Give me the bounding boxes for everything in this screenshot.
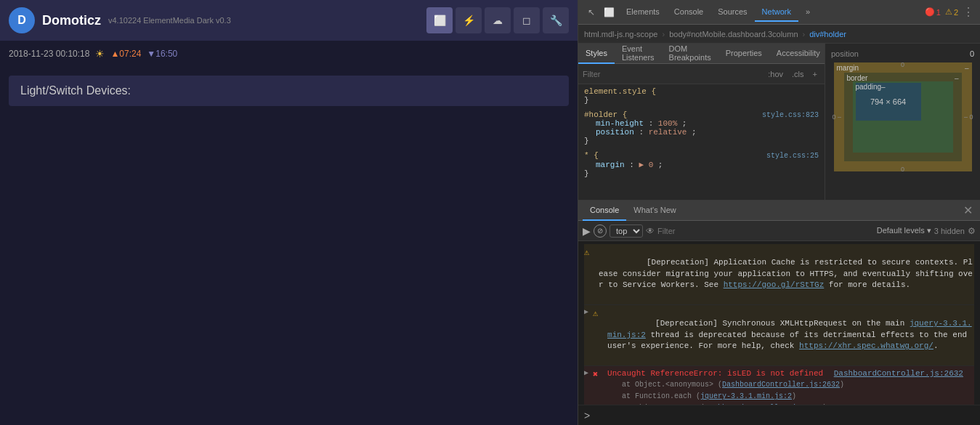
app-datetime: 2018-11-23 00:10:18 xyxy=(9,49,89,59)
breadcrumb-body[interactable]: body#notMobile.dashboard.3column xyxy=(669,30,798,39)
console-run-btn[interactable]: ▶ xyxy=(583,225,591,237)
toolbar-btn-4[interactable]: ◻ xyxy=(514,7,540,33)
error-text: Uncaught ReferenceError: isLED is not de… xyxy=(607,369,823,378)
console-msg-warn-2: ▶ ⚠ [Deprecation] Synchronous XMLHttpReq… xyxy=(584,305,974,366)
styles-panel: Styles Event Listeners DOM Breakpoints P… xyxy=(578,44,825,200)
css-selector-star: * { xyxy=(584,151,599,160)
warn-icon-2: ⚠ xyxy=(593,308,603,320)
toolbar-btn-2[interactable]: ⚡ xyxy=(455,7,482,33)
styles-filter-input[interactable] xyxy=(583,70,762,78)
css-source-star[interactable]: style.css:25 xyxy=(766,152,819,160)
boxmodel-position-label: position xyxy=(831,49,859,58)
console-clear-btn[interactable]: ⊘ xyxy=(594,224,607,238)
app-title: Domoticz xyxy=(42,13,101,28)
link-jquery-1[interactable]: jquery-3.3.1.min.js:2 xyxy=(607,319,972,339)
styles-hov-btn[interactable]: :hov xyxy=(765,68,786,80)
stack-link-1[interactable]: DashboardController.js:2632 xyxy=(722,381,840,389)
boxmodel-position-value: 0 xyxy=(970,49,974,58)
tab-console[interactable]: Console xyxy=(667,3,710,22)
boxmodel-panel: position 0 margin – border – padding– xyxy=(825,44,980,200)
ruler-bottom: 0 xyxy=(901,166,904,173)
sunset-time: ▼16:50 xyxy=(147,49,177,59)
console-prompt: > xyxy=(578,405,980,425)
app-panel: D Domoticz v4.10224 ElementMedia Dark v0… xyxy=(0,0,578,425)
stack-link-2[interactable]: jquery-3.3.1.min.js:2 xyxy=(700,392,792,400)
app-version: v4.10224 ElementMedia Dark v0.3 xyxy=(108,16,231,25)
styles-tab-styles[interactable]: Styles xyxy=(578,44,615,64)
toolbar-btn-1[interactable]: ⬜ xyxy=(426,7,453,33)
link-dashboardcontroller[interactable]: DashboardController.js:2632 xyxy=(834,369,963,378)
error-icon: 🔴 xyxy=(925,7,935,17)
margin-label: margin xyxy=(837,64,859,72)
breadcrumb-html[interactable]: html.mdl-js.ng-scope xyxy=(584,30,657,39)
devtools-tabs: Elements Console Sources Network » xyxy=(619,3,817,22)
devtools-box-icon[interactable]: ⬜ xyxy=(602,5,616,20)
toolbar-btn-3[interactable]: ☁ xyxy=(485,7,511,33)
breadcrumb-sep-2: › xyxy=(803,30,806,39)
error-badge: 🔴 1 xyxy=(925,7,941,17)
warn-2-expand[interactable]: ▶ xyxy=(584,307,588,317)
styles-cls-btn[interactable]: .cls xyxy=(789,68,807,80)
console-tabs: Console What's New xyxy=(583,201,684,221)
device-section-header: Light/Switch Devices: xyxy=(9,76,569,106)
padding-label: padding– xyxy=(856,83,886,91)
breadcrumb-sep-1: › xyxy=(662,30,665,39)
ruler-left: 0 – xyxy=(833,113,842,121)
css-selector: element.style { xyxy=(584,87,656,96)
devtools-cursor-icon[interactable]: ↖ xyxy=(584,5,599,20)
console-close-btn[interactable]: ✕ xyxy=(960,203,976,217)
styles-content: element.style { } #holder { style.css:82… xyxy=(578,84,825,200)
toolbar-btn-5[interactable]: 🔧 xyxy=(543,7,569,33)
sunrise-time: ▲07:24 xyxy=(110,49,141,59)
ruler-top: 0 xyxy=(901,61,904,68)
link-xhr-spec[interactable]: https://xhr.spec.whatwg.org/ xyxy=(799,341,934,350)
error-stack: at Object.<anonymous> (DashboardControll… xyxy=(622,379,974,405)
styles-tabs: Styles Event Listeners DOM Breakpoints P… xyxy=(578,44,825,64)
styles-tab-properties[interactable]: Properties xyxy=(718,44,769,64)
styles-tab-event-listeners[interactable]: Event Listeners xyxy=(615,44,662,64)
styles-tab-dom-breakpoints[interactable]: DOM Breakpoints xyxy=(662,44,718,64)
styles-tab-accessibility[interactable]: Accessibility xyxy=(769,44,827,64)
styles-add-btn[interactable]: + xyxy=(810,68,820,80)
tab-elements[interactable]: Elements xyxy=(619,3,667,22)
boxmodel-padding: padding– 794 × 664 xyxy=(853,81,953,153)
tab-network[interactable]: Network xyxy=(755,3,798,22)
devtools-main: Styles Event Listeners DOM Breakpoints P… xyxy=(578,44,980,200)
app-header: D Domoticz v4.10224 ElementMedia Dark v0… xyxy=(0,0,578,41)
devtools-tab-end: 🔴 1 ⚠ 2 ⋮ xyxy=(925,5,974,19)
console-gear-icon[interactable]: ⚙ xyxy=(968,226,976,236)
css-source-holder[interactable]: style.css:823 xyxy=(762,111,819,119)
css-rule-star: * { style.css:25 margin : ▶ 0 ; } xyxy=(584,151,819,178)
styles-filter-bar: :hov .cls + xyxy=(578,64,825,84)
app-content: Light/Switch Devices: xyxy=(0,67,578,425)
console-default-levels[interactable]: Default levels ▾ xyxy=(877,226,931,235)
console-msg-warn-1: ⚠ [Deprecation] Application Cache is res… xyxy=(584,244,974,305)
warn-badge: ⚠ 2 xyxy=(945,7,958,17)
margin-dash: – xyxy=(965,64,969,72)
ruler-right: – 0 xyxy=(964,113,973,121)
css-rule-element-style: element.style { } xyxy=(584,87,819,105)
console-context-select[interactable]: top xyxy=(610,224,643,238)
app-status-bar: 2018-11-23 00:10:18 ☀ ▲07:24 ▼16:50 xyxy=(0,41,578,67)
console-tab-whats-new[interactable]: What's New xyxy=(626,201,683,221)
tab-more[interactable]: » xyxy=(798,3,817,22)
devtools-breadcrumb: html.mdl-js.ng-scope › body#notMobile.da… xyxy=(578,25,980,44)
boxmodel-visual: margin – border – padding– 794 × 664 xyxy=(834,62,972,171)
link-goo[interactable]: https://goo.gl/rStTGz xyxy=(724,280,825,289)
boxmodel-border: border – padding– 794 × 664 xyxy=(844,73,962,161)
border-dash: – xyxy=(955,74,959,82)
breadcrumb-div[interactable]: div#holder xyxy=(809,30,846,39)
error-icon-1: ✖ xyxy=(593,369,603,381)
warn-icon-1: ⚠ xyxy=(584,247,594,259)
devtools-more-menu[interactable]: ⋮ xyxy=(963,5,974,19)
tab-sources[interactable]: Sources xyxy=(710,3,754,22)
console-tab-console[interactable]: Console xyxy=(583,201,626,221)
console-input-bar: ▶ ⊘ top 👁 Default levels ▾ 3 hidden ⚙ xyxy=(578,221,980,241)
warn-icon: ⚠ xyxy=(945,7,952,17)
css-selector-holder: #holder { xyxy=(584,110,627,119)
console-filter-input[interactable] xyxy=(657,227,716,235)
sun-icon: ☀ xyxy=(95,48,105,60)
console-eye-btn[interactable]: 👁 xyxy=(646,226,655,236)
prompt-chevron: > xyxy=(584,410,590,421)
error-expand[interactable]: ▶ xyxy=(584,368,588,379)
